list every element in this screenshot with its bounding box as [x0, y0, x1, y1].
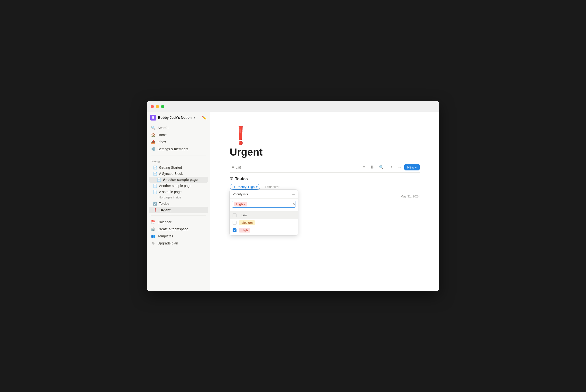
search-icon: 🔍: [151, 126, 156, 130]
sidebar-item-settings[interactable]: ⚙️ Settings & members: [149, 146, 208, 152]
list-icon: ≡: [232, 165, 234, 169]
sort-action-button[interactable]: ⇅: [368, 164, 376, 170]
settings-label: Settings & members: [158, 147, 188, 151]
workspace-name-group[interactable]: B Bobby Jack's Notion ▾: [150, 115, 195, 120]
page-icon-getting-started: 📄: [153, 166, 157, 170]
db-toolbar: ≡ List + ≡ ⇅ 🔍 ↺ ··· New ▾: [230, 164, 420, 173]
db-icon: ☑: [230, 176, 233, 181]
filter-action-button[interactable]: ≡: [361, 164, 367, 170]
checkbox-low[interactable]: [233, 213, 237, 217]
minimize-button[interactable]: [156, 105, 159, 108]
search-label: Search: [158, 126, 168, 130]
add-view-button[interactable]: +: [245, 164, 251, 170]
dropdown-options: Low Medium High: [230, 210, 298, 236]
search-box: High × ✕: [232, 201, 295, 208]
add-filter-label: + Add filter: [264, 185, 279, 189]
dropdown-header: Priority is ▾ ···: [230, 190, 298, 199]
page-label-synced-block: A Synced Block: [159, 172, 183, 176]
priority-filter-chip[interactable]: ⊙ Priority: High ▾: [230, 184, 260, 190]
page-label-another-sample-sub: Another sample page: [163, 178, 198, 182]
checkbox-medium[interactable]: [233, 221, 237, 225]
add-filter-button[interactable]: + Add filter: [262, 184, 281, 190]
workspace-chevron-icon: ▾: [194, 116, 195, 119]
search-action-button[interactable]: 🔍: [377, 164, 386, 170]
title-bar: [147, 101, 439, 112]
settings-icon: ⚙️: [151, 147, 156, 151]
page-label-getting-started: Getting Started: [159, 166, 182, 170]
low-tag: Low: [239, 213, 250, 218]
clear-search-button[interactable]: ✕: [293, 202, 296, 206]
sidebar-item-templates[interactable]: 👥 Templates: [149, 233, 208, 240]
sidebar-page-another-sample-sub[interactable]: 📄 Another sample page: [149, 177, 208, 182]
history-action-button[interactable]: ↺: [387, 164, 394, 170]
page-content: ❗ Urgent ≡ List + ≡ ⇅ 🔍 ↺ ···: [210, 112, 439, 291]
close-button[interactable]: [151, 105, 154, 108]
sidebar-page-sample[interactable]: 📄 A sample page: [149, 189, 208, 195]
home-label: Home: [158, 133, 167, 137]
home-icon: 🏠: [151, 133, 156, 137]
option-high[interactable]: High: [230, 226, 298, 234]
app-body: B Bobby Jack's Notion ▾ ✏️ 🔍 Search 🏠 Ho…: [147, 112, 439, 291]
page-icon-another-sample-sub: 📄: [157, 178, 161, 182]
filter-dropdown-icon: ▾: [256, 185, 258, 189]
todos-icon: ☑️: [153, 202, 157, 206]
list-view-tab[interactable]: ≡ List: [230, 164, 243, 170]
main-content: ❗ Urgent ≡ List + ≡ ⇅ 🔍 ↺ ···: [210, 112, 439, 291]
page-icon-display: ❗: [230, 126, 420, 144]
page-title: Urgent: [230, 146, 420, 158]
sidebar-item-teamspace[interactable]: 🏢 Create a teamspace: [149, 226, 208, 232]
todos-label: To-dos: [159, 202, 169, 206]
new-page-icon[interactable]: ✏️: [202, 116, 207, 120]
high-tag: High ×: [234, 202, 247, 206]
sidebar-item-inbox[interactable]: 📥 Inbox: [149, 138, 208, 145]
option-medium[interactable]: Medium: [230, 219, 298, 226]
sidebar-divider-2: [151, 216, 206, 216]
calendar-icon: 📅: [151, 220, 156, 224]
upgrade-label: Upgrade plan: [158, 241, 178, 245]
dropdown-more-button[interactable]: ···: [292, 192, 295, 196]
templates-label: Templates: [158, 234, 173, 238]
sidebar-item-calendar[interactable]: 📅 Calendar: [149, 219, 208, 226]
dropdown-search-area: High × ✕: [230, 199, 298, 210]
db-title: ☑ To-dos: [230, 176, 248, 181]
sidebar: B Bobby Jack's Notion ▾ ✏️ 🔍 Search 🏠 Ho…: [147, 112, 210, 291]
sidebar-item-urgent[interactable]: ❗ Urgent: [149, 207, 208, 213]
workspace-name-label: Bobby Jack's Notion: [158, 116, 192, 120]
dropdown-search-input[interactable]: [249, 202, 291, 206]
page-label-sample: A sample page: [159, 190, 182, 194]
db-actions: ≡ ⇅ 🔍 ↺ ··· New ▾: [361, 164, 420, 170]
workspace-header[interactable]: B Bobby Jack's Notion ▾ ✏️: [147, 112, 210, 124]
new-button-label: New: [407, 165, 414, 169]
list-label: List: [236, 165, 241, 169]
sidebar-page-synced-block[interactable]: 📄 A Synced Block: [149, 171, 208, 176]
option-low[interactable]: Low: [230, 211, 298, 219]
filter-row: ⊙ Priority: High ▾ + Add filter: [230, 184, 420, 190]
sidebar-item-upgrade[interactable]: ⊕ Upgrade plan: [149, 240, 208, 247]
traffic-lights: [151, 105, 164, 108]
upgrade-icon: ⊕: [151, 241, 156, 246]
sidebar-divider-1: [151, 156, 206, 156]
templates-icon: 👥: [151, 234, 156, 238]
sidebar-item-todos[interactable]: ☑️ To-dos: [149, 201, 208, 206]
inbox-icon: 📥: [151, 140, 156, 144]
urgent-icon: ❗: [153, 208, 158, 212]
remove-high-tag-button[interactable]: ×: [244, 203, 245, 206]
maximize-button[interactable]: [161, 105, 164, 108]
sidebar-item-search[interactable]: 🔍 Search: [149, 124, 208, 131]
filter-chip-label: Priority: High: [237, 185, 255, 189]
db-options-button[interactable]: ···: [250, 177, 253, 181]
private-section-label: Private: [147, 158, 210, 164]
new-button[interactable]: New ▾: [404, 164, 420, 170]
workspace-avatar: B: [150, 115, 156, 120]
sidebar-item-home[interactable]: 🏠 Home: [149, 132, 208, 138]
more-action-button[interactable]: ···: [396, 164, 403, 170]
sidebar-page-another-sample[interactable]: 📄 Another sample page: [149, 183, 208, 189]
sidebar-bottom: 📅 Calendar 🏢 Create a teamspace 👥 Templa…: [147, 218, 210, 248]
dropdown-title-chevron[interactable]: ▾: [247, 192, 248, 196]
checkbox-high[interactable]: [233, 228, 237, 232]
priority-filter-dropdown: Priority is ▾ ··· High × ✕: [230, 190, 298, 236]
page-icon-sample: 📄: [153, 190, 157, 194]
teamspace-label: Create a teamspace: [158, 227, 188, 231]
sidebar-page-getting-started[interactable]: 📄 Getting Started: [149, 164, 208, 170]
db-title-label: To-dos: [235, 177, 248, 181]
